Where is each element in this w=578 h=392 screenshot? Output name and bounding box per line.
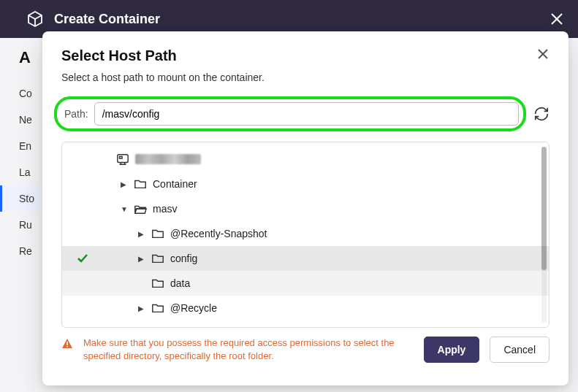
cube-icon <box>26 10 44 28</box>
tree-node-label: config <box>170 253 197 264</box>
folder-icon <box>151 301 164 315</box>
device-icon <box>116 153 129 166</box>
tree-row[interactable]: ▶masv-1 <box>62 320 549 327</box>
sidebar-item[interactable]: Ru <box>0 212 40 238</box>
chevron-right-icon[interactable]: ▶ <box>138 255 145 263</box>
sidebar: A CoNeEnLaStoRuRe <box>0 38 40 264</box>
modal-close-icon[interactable] <box>536 47 550 61</box>
tree-row[interactable]: ▶@Recently-Snapshot <box>62 221 549 246</box>
tree-row[interactable]: ▼masv <box>62 196 549 221</box>
svg-rect-3 <box>66 346 68 347</box>
folder-tree: ▶Container▼masv▶@Recently-Snapshot▶confi… <box>61 142 550 328</box>
path-input[interactable] <box>94 102 519 126</box>
tree-node-label: @Recycle <box>170 302 217 314</box>
tree-node-label: data <box>170 277 190 289</box>
sidebar-item[interactable]: Sto <box>0 185 40 212</box>
sidebar-heading: A <box>0 48 40 67</box>
refresh-icon[interactable] <box>533 106 550 122</box>
warning-text: Make sure that you possess the required … <box>83 337 414 363</box>
sidebar-item[interactable]: La <box>0 159 40 185</box>
path-label: Path: <box>64 108 88 120</box>
folder-icon <box>151 227 164 240</box>
folder-icon <box>151 252 164 265</box>
chevron-right-icon[interactable]: ▶ <box>138 230 145 238</box>
root-node-label-redacted <box>135 154 201 164</box>
scrollbar[interactable] <box>541 147 547 323</box>
tree-node-label: @Recently-Snapshot <box>170 228 267 239</box>
sidebar-item[interactable]: Co <box>0 80 40 107</box>
warning-icon <box>61 338 73 350</box>
tree-node-label: masv <box>153 203 177 215</box>
select-host-path-modal: Select Host Path Select a host path to m… <box>42 31 569 385</box>
chevron-down-icon[interactable]: ▼ <box>121 205 128 213</box>
sidebar-item[interactable]: En <box>0 133 40 159</box>
close-icon[interactable] <box>550 12 563 26</box>
svg-rect-1 <box>120 156 123 158</box>
tree-row[interactable]: ▶config <box>62 246 549 271</box>
folder-icon <box>151 277 164 290</box>
modal-title: Select Host Path <box>61 47 536 64</box>
folder-icon <box>134 177 147 191</box>
check-icon <box>77 253 88 264</box>
path-capsule: Path: <box>54 96 526 131</box>
folder-open-icon <box>134 202 147 215</box>
tree-row[interactable] <box>62 147 549 172</box>
chevron-right-icon[interactable]: ▶ <box>138 304 145 312</box>
apply-button[interactable]: Apply <box>424 337 480 363</box>
tree-row[interactable]: ▶Container <box>62 172 549 196</box>
modal-subtitle: Select a host path to mount on the conta… <box>42 64 569 83</box>
sidebar-item[interactable]: Re <box>0 238 40 264</box>
cancel-button[interactable]: Cancel <box>490 337 550 363</box>
folder-icon <box>134 326 147 327</box>
scrollbar-thumb[interactable] <box>541 147 547 270</box>
chevron-right-icon[interactable]: ▶ <box>121 180 128 188</box>
tree-row[interactable]: data <box>62 271 549 296</box>
create-container-title: Create Container <box>54 12 550 27</box>
tree-row[interactable]: ▶@Recycle <box>62 296 549 320</box>
sidebar-item[interactable]: Ne <box>0 107 40 133</box>
tree-node-label: Container <box>153 178 197 190</box>
svg-rect-2 <box>66 342 68 345</box>
